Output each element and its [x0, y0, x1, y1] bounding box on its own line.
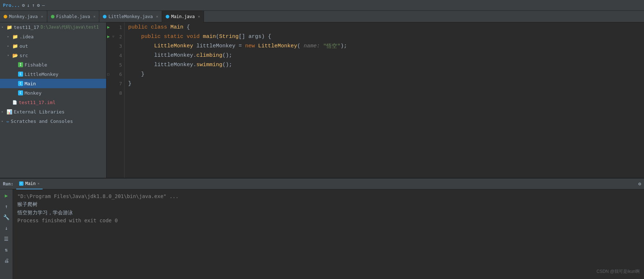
bottom-content: ▶ ↑ 🔧 ↓ ☰ ⇅ 🖨 "D:\Program Files\Java\jdk…: [0, 189, 644, 279]
chevron-extlibs: [1, 110, 5, 113]
type-string: String: [219, 34, 239, 40]
chevron-idea: [7, 35, 11, 38]
toolbar-up-btn[interactable]: ↑: [2, 202, 11, 211]
sidebar-item-main[interactable]: C Main: [0, 79, 106, 88]
toolbar-list-btn[interactable]: ☰: [2, 234, 11, 244]
line-num-7: 7: [119, 81, 122, 86]
paren-close-2: ): [261, 34, 268, 40]
sidebar-item-root[interactable]: 📁 test11_17 D:\Java\代码\java\test1: [0, 22, 106, 32]
line-num-8: 8: [119, 90, 122, 96]
kw-static: static: [164, 34, 187, 40]
toolbar-print-btn[interactable]: 🖨: [2, 256, 11, 265]
parens-4: (): [222, 52, 229, 59]
header-icon-5[interactable]: —: [42, 3, 45, 8]
eq-sign: =: [239, 43, 245, 49]
indent-2: [128, 34, 141, 40]
main-label: Main: [25, 81, 36, 86]
line-num-row-7: 7: [106, 79, 124, 88]
semi-5: ;: [229, 62, 232, 68]
classname-main: Main: [170, 24, 187, 30]
editor-area: ▶ 1 ▶ ▽ 2 3 4 5 □ 6: [106, 22, 644, 178]
code-line-4: littleMonkey.climbing();: [128, 51, 640, 60]
folder-icon-root: 📁: [6, 25, 12, 30]
tab-icon-fishable: [51, 15, 55, 18]
code-container[interactable]: ▶ 1 ▶ ▽ 2 3 4 5 □ 6: [106, 22, 644, 178]
fishable-label: Fishable: [25, 62, 47, 68]
kw-class-1: class: [151, 24, 170, 30]
out-label: out: [19, 43, 28, 49]
line-num-1: 1: [119, 25, 122, 30]
tab-close-monkey[interactable]: ✕: [41, 14, 43, 18]
sidebar-item-iml[interactable]: 📄 test11_17.iml: [0, 98, 106, 107]
bottom-tab-label-main: Main: [25, 181, 36, 186]
tab-close-fishable[interactable]: ✕: [93, 14, 95, 18]
sidebar-item-src[interactable]: 📂 src: [0, 51, 106, 60]
code-content[interactable]: public class Main { public static void m…: [125, 22, 644, 178]
type-littlemonkey: LittleMonkey: [154, 43, 196, 49]
project-icon: Pro...: [3, 3, 20, 8]
indent-5: [128, 62, 154, 68]
bottom-tab-main[interactable]: C Main ✕: [16, 179, 43, 189]
tab-fishable-java[interactable]: Fishable.java ✕: [47, 11, 100, 22]
run-arrow-2: ▶: [107, 34, 110, 39]
sidebar-item-fishable[interactable]: I Fishable: [0, 60, 106, 69]
settings-icon-bottom[interactable]: ⚙: [638, 181, 641, 186]
code-line-1: public class Main {: [128, 22, 640, 32]
tab-littlemonkey-java[interactable]: LittleMonkey.java ✕: [99, 11, 162, 22]
sidebar-item-littlemonkey[interactable]: C LittleMonkey: [0, 69, 106, 79]
line-num-6: 6: [119, 72, 122, 77]
idea-label: .idea: [19, 34, 34, 39]
method-main: main: [203, 34, 216, 40]
header-icon-2[interactable]: ↓: [27, 3, 30, 8]
paren-open-2: (: [216, 34, 219, 40]
toolbar-down-btn[interactable]: ↓: [2, 223, 11, 233]
method-climbing: climbing: [196, 52, 222, 59]
kw-void: void: [187, 34, 203, 40]
header-icon-4[interactable]: ⚙: [37, 3, 40, 8]
tab-main-java[interactable]: Main.java ✕: [162, 11, 204, 22]
bottom-tab-icon-main: C: [19, 181, 23, 186]
bottom-tab-close-main[interactable]: ✕: [38, 181, 40, 185]
littlemonkey-label: LittleMonkey: [25, 72, 58, 77]
dot-4: .: [193, 52, 196, 59]
toolbar-run-btn[interactable]: ▶: [2, 191, 11, 200]
header-icon-1[interactable]: ⚙: [22, 3, 25, 8]
indent-4: [128, 52, 154, 59]
sidebar-item-monkey[interactable]: C Monkey: [0, 88, 106, 98]
tab-close-main[interactable]: ✕: [198, 14, 200, 18]
bottom-panel: Run: C Main ✕ ⚙ ▶ ↑ 🔧 ↓ ☰ ⇅ 🖨 "D:\Progra…: [0, 178, 644, 279]
file-icon-fishable: I: [18, 62, 23, 67]
method-swimming: swimming: [196, 62, 222, 68]
kw-public-1: public: [128, 24, 151, 30]
var-littlemonkey: littleMonkey: [196, 43, 239, 49]
tab-monkey-java[interactable]: Monkey.java ✕: [0, 11, 47, 22]
code-line-3: LittleMonkey littleMonkey = new LittleMo…: [128, 41, 640, 51]
indent-6: [128, 71, 141, 77]
iml-icon: 📄: [12, 100, 17, 105]
line-num-row-4: 4: [106, 51, 124, 60]
file-icon-littlemonkey: C: [18, 72, 23, 77]
root-label: test11_17: [14, 25, 39, 30]
sidebar-item-idea[interactable]: 📁 .idea: [0, 32, 106, 41]
sidebar-item-out[interactable]: 📁 out: [0, 41, 106, 51]
type-littlemonkey-2: LittleMonkey: [258, 43, 297, 49]
sidebar-item-scratches[interactable]: ✏ Scratches and Consoles: [0, 116, 106, 126]
brace-open-1: {: [187, 24, 190, 30]
brace-open-2: {: [268, 34, 271, 40]
console-output[interactable]: "D:\Program Files\Java\jdk1.8.0_201\bin\…: [13, 189, 644, 279]
header-icon-3[interactable]: ↑: [32, 3, 35, 8]
sidebar: 📁 test11_17 D:\Java\代码\java\test1 📁 .ide…: [0, 22, 106, 178]
toolbar-sort-btn[interactable]: ⇅: [2, 245, 11, 254]
chevron-src: [7, 53, 11, 57]
console-line-1: "D:\Program Files\Java\jdk1.8.0_201\bin\…: [17, 192, 640, 200]
line-num-row-2: ▶ ▽ 2: [106, 32, 124, 41]
main-area: 📁 test11_17 D:\Java\代码\java\test1 📁 .ide…: [0, 22, 644, 178]
var-lm-4: littleMonkey: [154, 52, 193, 59]
tab-close-littlemonkey[interactable]: ✕: [156, 14, 158, 18]
toolbar-wrench-btn[interactable]: 🔧: [2, 213, 11, 222]
line-num-row-6: □ 6: [106, 69, 124, 79]
hint-name: name:: [300, 43, 323, 49]
bottom-toolbar: ▶ ↑ 🔧 ↓ ☰ ⇅ 🖨: [0, 189, 13, 279]
sidebar-item-extlibs[interactable]: 📊 External Libraries: [0, 107, 106, 116]
code-line-8: [128, 88, 640, 98]
